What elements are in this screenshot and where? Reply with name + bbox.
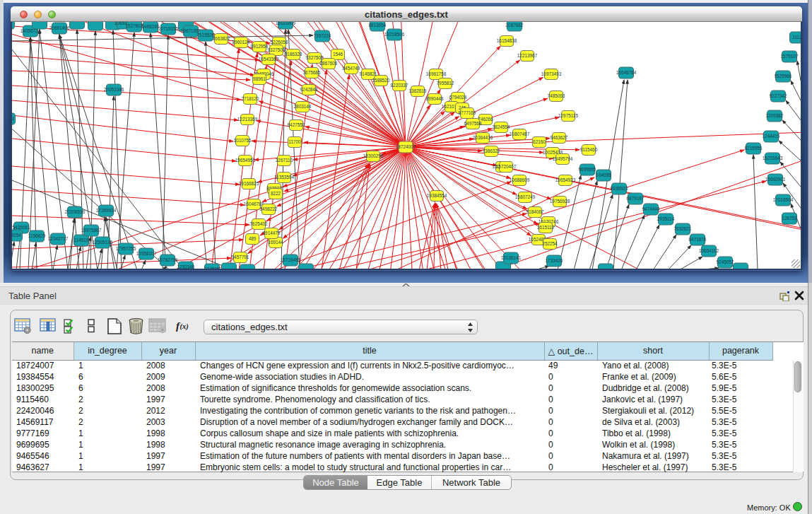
svg-text:19975867: 19975867 bbox=[81, 228, 102, 233]
svg-text:9777169: 9777169 bbox=[459, 110, 476, 115]
svg-text:6497568: 6497568 bbox=[464, 121, 482, 126]
svg-text:9115460: 9115460 bbox=[580, 147, 598, 152]
svg-text:12213967: 12213967 bbox=[517, 53, 538, 58]
svg-text:15720407: 15720407 bbox=[496, 164, 517, 169]
svg-text:15716485: 15716485 bbox=[281, 257, 301, 262]
svg-text:3267110: 3267110 bbox=[276, 158, 293, 163]
svg-text:15692901: 15692901 bbox=[765, 177, 786, 182]
svg-text:10807487: 10807487 bbox=[510, 132, 530, 136]
svg-text:8990448: 8990448 bbox=[426, 96, 444, 101]
svg-text:18300295: 18300295 bbox=[363, 153, 384, 158]
svg-text:9463627: 9463627 bbox=[551, 135, 568, 140]
svg-text:7632621: 7632621 bbox=[674, 226, 692, 231]
svg-text:15136141: 15136141 bbox=[501, 255, 522, 260]
svg-text:2935114: 2935114 bbox=[657, 216, 675, 221]
svg-text:8215955: 8215955 bbox=[745, 146, 763, 151]
svg-text:7485063: 7485063 bbox=[548, 93, 565, 98]
svg-text:39153: 39153 bbox=[12, 116, 14, 121]
svg-text:2087682: 2087682 bbox=[506, 23, 524, 28]
svg-text:169144: 169144 bbox=[268, 240, 283, 245]
svg-text:9327509: 9327509 bbox=[268, 47, 286, 52]
svg-text:10654112: 10654112 bbox=[699, 248, 719, 253]
svg-text:16210643: 16210643 bbox=[763, 156, 783, 160]
svg-text:8471676: 8471676 bbox=[689, 237, 707, 242]
svg-text:9242848: 9242848 bbox=[300, 87, 318, 92]
svg-text:18724007: 18724007 bbox=[396, 144, 416, 149]
svg-text:10973493: 10973493 bbox=[541, 71, 562, 76]
svg-text:17957255: 17957255 bbox=[116, 246, 136, 251]
svg-text:16543362: 16543362 bbox=[259, 57, 279, 62]
svg-text:62160: 62160 bbox=[533, 139, 546, 144]
svg-text:489: 489 bbox=[249, 236, 257, 241]
svg-text:9474444: 9474444 bbox=[642, 206, 660, 211]
svg-text:1575107: 1575107 bbox=[781, 54, 799, 59]
svg-text:7357224: 7357224 bbox=[314, 33, 331, 38]
svg-text:2718120: 2718120 bbox=[242, 96, 259, 101]
svg-text:8813054: 8813054 bbox=[369, 23, 387, 28]
svg-text:19166825: 19166825 bbox=[239, 181, 259, 186]
svg-text:3824554: 3824554 bbox=[493, 124, 510, 129]
svg-text:16046788: 16046788 bbox=[244, 201, 264, 206]
svg-text:(x): (x) bbox=[180, 322, 189, 331]
svg-text:15807249: 15807249 bbox=[515, 194, 536, 199]
svg-text:1615112: 1615112 bbox=[537, 225, 555, 230]
svg-text:8222: 8222 bbox=[271, 191, 281, 196]
svg-text:9327508: 9327508 bbox=[306, 55, 324, 60]
svg-text:7386322: 7386322 bbox=[483, 148, 500, 153]
svg-text:98961: 98961 bbox=[253, 76, 266, 81]
svg-text:8454749: 8454749 bbox=[343, 66, 360, 71]
svg-text:8938923: 8938923 bbox=[611, 186, 628, 191]
svg-text:20206536: 20206536 bbox=[65, 209, 86, 214]
svg-text:10958107: 10958107 bbox=[136, 251, 157, 256]
svg-text:1362615: 1362615 bbox=[409, 88, 427, 93]
svg-text:1209382: 1209382 bbox=[766, 113, 784, 118]
svg-text:6466160: 6466160 bbox=[142, 24, 160, 29]
svg-text:1112: 1112 bbox=[792, 35, 801, 40]
svg-text:9457791: 9457791 bbox=[232, 255, 249, 259]
svg-text:3498222: 3498222 bbox=[260, 206, 278, 211]
svg-text:2867608: 2867608 bbox=[320, 61, 338, 66]
svg-text:1733426: 1733426 bbox=[546, 258, 563, 263]
svg-text:8912954: 8912954 bbox=[251, 44, 269, 49]
svg-text:12975115: 12975115 bbox=[558, 113, 578, 118]
svg-text:5226058: 5226058 bbox=[271, 40, 288, 45]
svg-text:252254: 252254 bbox=[542, 241, 558, 246]
svg-text:1292346: 1292346 bbox=[177, 264, 195, 269]
svg-text:7663822: 7663822 bbox=[213, 36, 230, 41]
svg-text:16782759: 16782759 bbox=[158, 257, 178, 262]
svg-text:6794024: 6794024 bbox=[449, 95, 467, 100]
svg-text:8427552: 8427552 bbox=[288, 122, 305, 127]
svg-text:12213369: 12213369 bbox=[237, 117, 258, 122]
svg-text:17359924: 17359924 bbox=[96, 208, 117, 213]
svg-text:10688609: 10688609 bbox=[510, 177, 530, 182]
svg-text:17016504: 17016504 bbox=[773, 197, 794, 202]
svg-text:9227342: 9227342 bbox=[770, 93, 787, 98]
svg-text:5435061: 5435061 bbox=[13, 225, 30, 230]
svg-text:126753: 126753 bbox=[782, 216, 797, 221]
svg-text:11700: 11700 bbox=[288, 139, 301, 144]
svg-text:8220337: 8220337 bbox=[391, 83, 408, 88]
svg-text:164095: 164095 bbox=[596, 173, 611, 177]
svg-text:20053346: 20053346 bbox=[104, 87, 124, 92]
svg-text:19384554: 19384554 bbox=[427, 193, 447, 198]
svg-text:9529966: 9529966 bbox=[775, 74, 792, 78]
svg-text:20691406: 20691406 bbox=[49, 25, 70, 30]
svg-text:114519: 114519 bbox=[74, 238, 89, 243]
svg-text:8960124: 8960124 bbox=[233, 40, 250, 45]
svg-text:16033809: 16033809 bbox=[276, 22, 296, 25]
svg-text:16961758: 16961758 bbox=[426, 71, 447, 76]
svg-text:16648784: 16648784 bbox=[616, 70, 637, 75]
svg-text:12342737: 12342737 bbox=[48, 236, 69, 241]
svg-text:12505135: 12505135 bbox=[93, 240, 113, 245]
svg-text:19756928: 19756928 bbox=[550, 199, 570, 204]
svg-text:1546: 1546 bbox=[333, 52, 343, 57]
svg-text:2803144: 2803144 bbox=[294, 104, 312, 109]
svg-text:20364436: 20364436 bbox=[473, 135, 493, 140]
svg-text:19654923: 19654923 bbox=[555, 177, 576, 182]
svg-text:11353594: 11353594 bbox=[274, 175, 294, 180]
svg-text:924505: 924505 bbox=[204, 267, 220, 270]
svg-text:1010755: 1010755 bbox=[234, 138, 252, 143]
svg-text:1527602: 1527602 bbox=[126, 23, 143, 28]
svg-text:39154: 39154 bbox=[12, 233, 21, 238]
svg-text:1156829: 1156829 bbox=[28, 233, 46, 238]
